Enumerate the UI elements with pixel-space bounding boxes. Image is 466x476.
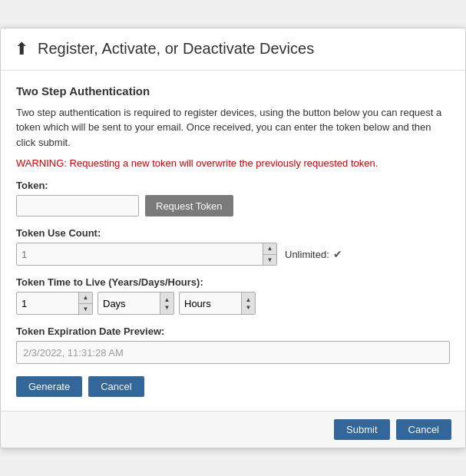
- use-count-label: Token Use Count:: [16, 227, 450, 239]
- cancel-inner-button[interactable]: Cancel: [88, 376, 144, 397]
- ttl-label: Token Time to Live (Years/Days/Hours):: [16, 276, 450, 288]
- token-group: Token: Request Token: [16, 180, 450, 217]
- modal-body: Two Step Authentication Two step authent…: [1, 71, 465, 412]
- ttl-hours-wrap: Hours Minutes Seconds ▲▼: [179, 292, 256, 315]
- action-row: Generate Cancel: [16, 376, 450, 397]
- modal-title: Register, Activate, or Deactivate Device…: [38, 40, 314, 58]
- use-count-up-btn[interactable]: ▲: [263, 243, 276, 255]
- submit-button[interactable]: Submit: [334, 419, 389, 440]
- unlimited-label: Unlimited: ✔: [285, 248, 342, 260]
- expiry-group: Token Expiration Date Preview:: [16, 326, 450, 364]
- request-token-button[interactable]: Request Token: [145, 195, 233, 217]
- ttl-group: Token Time to Live (Years/Days/Hours): ▲…: [16, 276, 450, 315]
- token-row: Request Token: [16, 195, 450, 217]
- use-count-down-btn[interactable]: ▼: [263, 255, 276, 266]
- use-count-spinner: ▲ ▼: [263, 243, 276, 265]
- modal-container: ⬆ Register, Activate, or Deactivate Devi…: [0, 28, 466, 449]
- modal-header: ⬆ Register, Activate, or Deactivate Devi…: [1, 28, 465, 71]
- modal-footer: Submit Cancel: [1, 412, 465, 448]
- ttl-number-spinner: ▲ ▼: [78, 293, 92, 314]
- description-text: Two step authentication is required to r…: [16, 105, 450, 150]
- device-icon: ⬆: [15, 39, 28, 59]
- ttl-row: ▲ ▼ Years Days Hours ▲▼: [16, 292, 450, 315]
- use-count-input[interactable]: [16, 243, 277, 266]
- use-count-row: ▲ ▼ Unlimited: ✔: [16, 243, 450, 266]
- ttl-number-wrap: ▲ ▼: [16, 292, 93, 315]
- expiry-input: [16, 341, 450, 364]
- use-count-input-wrap: ▲ ▼: [16, 243, 277, 266]
- section-title: Two Step Authentication: [16, 84, 450, 98]
- warning-text: WARNING: Requesting a new token will ove…: [16, 157, 450, 169]
- ttl-number-up-btn[interactable]: ▲: [78, 293, 92, 304]
- ttl-hours-select[interactable]: Hours Minutes Seconds: [179, 292, 256, 315]
- unlimited-checkmark: ✔: [333, 248, 342, 260]
- ttl-number-down-btn[interactable]: ▼: [78, 304, 92, 315]
- ttl-days-wrap: Years Days Hours ▲▼: [97, 292, 174, 315]
- ttl-days-select[interactable]: Years Days Hours: [97, 292, 174, 315]
- unlimited-text: Unlimited:: [285, 249, 329, 260]
- cancel-footer-button[interactable]: Cancel: [396, 419, 451, 440]
- token-label: Token:: [16, 180, 450, 191]
- generate-button[interactable]: Generate: [16, 376, 82, 397]
- use-count-group: Token Use Count: ▲ ▼ Unlimited: ✔: [16, 227, 450, 266]
- token-input[interactable]: [16, 195, 139, 217]
- expiry-label: Token Expiration Date Preview:: [16, 326, 450, 337]
